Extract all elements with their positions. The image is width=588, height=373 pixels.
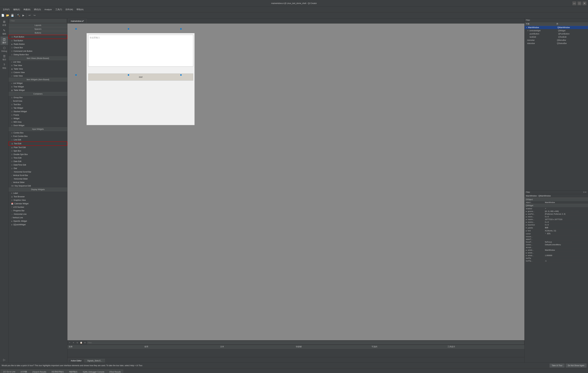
- prop-sizepolicy[interactable]: ▶ sizePol... [Preferred, Preferred, 0, 0…: [525, 213, 588, 215]
- widget-radio-button[interactable]: ◉ Radio Button: [9, 42, 67, 46]
- prop-cursor[interactable]: cursor ↖ 箭头: [525, 232, 588, 235]
- tree-item-statusbar[interactable]: statusbar QStatusBar: [525, 42, 588, 45]
- prop-tooltipdelay[interactable]: toolTip... -1: [525, 260, 588, 262]
- widget-hslider[interactable]: ↔ Horizontal Slider: [9, 177, 67, 181]
- widget-list-view[interactable]: ≡ List View: [9, 60, 67, 64]
- menu-tools[interactable]: 工具(T): [54, 8, 64, 12]
- expand-icon[interactable]: ▶: [526, 255, 527, 256]
- menu-build[interactable]: 构建(B): [22, 8, 32, 12]
- tab-mainwindow-ui[interactable]: mainwindow.ui*: [68, 19, 87, 23]
- action-paste-icon[interactable]: 📋: [80, 341, 83, 344]
- menu-file[interactable]: 文件(F): [1, 8, 11, 12]
- widget-spin-box[interactable]: ⊡ Spin Box: [9, 149, 67, 153]
- design-canvas[interactable]: 在这里输入 start: [67, 23, 525, 340]
- tree-item-centralwidget[interactable]: ▼ centralwidget QWidget: [525, 29, 588, 32]
- expand-icon[interactable]: ▶: [526, 213, 527, 215]
- widget-label[interactable]: A Label: [9, 192, 67, 195]
- handle-br[interactable]: [180, 74, 182, 76]
- widget-date-edit[interactable]: ⊡ Date Edit: [9, 160, 67, 163]
- widget-table-view[interactable]: ▦ Table View: [9, 67, 67, 71]
- widget-group-box[interactable]: ⊡ Group Box: [9, 96, 67, 99]
- widget-text-edit[interactable]: ▤ Text Edit: [9, 141, 67, 146]
- widget-double-spin-box[interactable]: ⊡ Double Spin Box: [9, 153, 67, 156]
- action-copy-icon[interactable]: ⧉: [76, 341, 79, 344]
- prop-palette[interactable]: ▶ palette 继承: [525, 226, 588, 229]
- handle-bl[interactable]: [75, 74, 77, 76]
- expand-icon[interactable]: ▶: [526, 211, 527, 212]
- widget-frame[interactable]: ⊡ Frame: [9, 113, 67, 117]
- widget-dialog-button-box[interactable]: ⊡ Dialog Button Box: [9, 53, 67, 56]
- action-add-icon[interactable]: +: [68, 341, 71, 344]
- toolbar-run[interactable]: ▶: [21, 13, 26, 18]
- toolbar-redo[interactable]: ↪: [32, 13, 37, 18]
- widget-undo-view[interactable]: ↩ Undo View: [9, 74, 67, 78]
- prop-windowopacity[interactable]: ▶ windo... 1.000000: [525, 254, 588, 257]
- widget-scroll-area[interactable]: ↕ Scroll Area: [9, 99, 67, 103]
- mode-projects[interactable]: ☰ 项目: [0, 53, 8, 62]
- tab-signals-slots[interactable]: Signals_Slots E...: [84, 359, 105, 363]
- expand-icon[interactable]: ▶: [526, 216, 527, 218]
- widget-check-box[interactable]: ☑ Check Box: [9, 46, 67, 50]
- prop-minimumsize[interactable]: ▶ minim... 0 x 0: [525, 215, 588, 218]
- output-tab-line-col[interactable]: 1行列数: [18, 370, 30, 373]
- widget-calendar-widget[interactable]: 📅 Calendar Widget: [9, 202, 67, 205]
- take-tour-button[interactable]: Take UI Tour: [550, 364, 565, 367]
- widget-command-link[interactable]: ⊡ Command Link Button: [9, 50, 67, 53]
- prop-acceptdrops[interactable]: accept...: [525, 246, 588, 249]
- widget-list-widget[interactable]: ≡ List Widget: [9, 81, 67, 85]
- mode-design[interactable]: ◫ 设计: [0, 37, 8, 45]
- widget-tree-widget[interactable]: ⊞ Tree Widget: [9, 85, 67, 89]
- widget-widget[interactable]: ⊡ Widget: [9, 117, 67, 120]
- widget-font-combo-box[interactable]: A Font Combo Box: [9, 135, 67, 138]
- menu-help[interactable]: 帮助(H): [75, 8, 85, 12]
- no-show-button[interactable]: Do Not Show Again: [566, 364, 586, 367]
- widget-vslider[interactable]: ↕ Vertical Slider: [9, 181, 67, 184]
- widget-line-edit[interactable]: ▭ Line Edit: [9, 138, 67, 141]
- widget-graphics-view[interactable]: ⊡ Graphics View: [9, 198, 67, 202]
- widget-tool-button[interactable]: ⊡ Tool Button: [9, 39, 67, 42]
- handle-tc[interactable]: [128, 28, 129, 30]
- prop-windowtitle[interactable]: ▶ windo... MainWindow: [525, 249, 588, 252]
- widget-mdi-area[interactable]: ⊡ MDI Area: [9, 120, 67, 124]
- mode-debug[interactable]: ⬡ Debug: [0, 45, 8, 53]
- widget-column-view[interactable]: ⊟ Column View: [9, 71, 67, 74]
- close-button[interactable]: ✕: [583, 1, 586, 5]
- toolbar-build[interactable]: 🔨: [16, 13, 21, 18]
- prop-objectname[interactable]: object... MainWindow: [525, 201, 588, 204]
- widget-vertical-line[interactable]: | Vertical Line: [9, 216, 67, 219]
- widget-dial[interactable]: ◎ Dial: [9, 167, 67, 170]
- menu-edit[interactable]: 编辑(E): [12, 8, 22, 12]
- mode-edit[interactable]: ✎ 编辑: [0, 28, 8, 36]
- handle-tr[interactable]: [180, 28, 182, 30]
- tree-item-menubar[interactable]: menubar QMenuBar: [525, 39, 588, 42]
- widget-text-browser[interactable]: ▤ Text Browser: [9, 195, 67, 198]
- prop-maximumsize[interactable]: ▶ maxim... 16777215 x 16777215: [525, 218, 588, 221]
- tree-item-pushbutton[interactable]: pushButton QPushButton: [525, 32, 588, 35]
- output-tab-search[interactable]: 2Search Results: [30, 370, 49, 373]
- output-tab-compile[interactable]: 4编译输出: [67, 370, 80, 373]
- toolbar-undo[interactable]: ↩: [27, 13, 32, 18]
- output-tab-test[interactable]: 8Test Results: [107, 370, 123, 373]
- widget-progress-bar[interactable]: ▱ Progress Bar: [9, 209, 67, 212]
- widget-opengl-widget[interactable]: ◈ OpenGL Widget: [9, 219, 67, 223]
- prop-sizeincrement[interactable]: ▶ sizeInc... 0 x 0: [525, 221, 588, 223]
- mode-welcome[interactable]: ⊞ 欢迎: [0, 19, 8, 28]
- tab-action-editor[interactable]: Action Editor: [68, 359, 84, 363]
- widget-tool-box[interactable]: ⊡ Tool Box: [9, 103, 67, 106]
- widget-vscrollbar[interactable]: ↕ Vertical Scroll Bar: [9, 174, 67, 177]
- prop-tooltip[interactable]: toolTip: [525, 257, 588, 260]
- action-filter-input[interactable]: [87, 341, 524, 344]
- action-remove-icon[interactable]: ✕: [72, 341, 75, 344]
- expand-icon[interactable]: ▶: [526, 252, 527, 254]
- prop-geometry[interactable]: ▶ geome... [(0, 0), 800 x 600]: [525, 210, 588, 213]
- prop-basesize[interactable]: ▶ baseSize 0 x 0: [525, 223, 588, 226]
- menu-analyze[interactable]: Analyze: [43, 8, 53, 11]
- output-tab-goto-line[interactable]: 1行 Go to Line: [1, 370, 18, 373]
- widget-stacked-widget[interactable]: ⊡ Stacked Widget: [9, 110, 67, 113]
- widget-table-widget[interactable]: ▦ Table Widget: [9, 89, 67, 92]
- widget-tab-widget[interactable]: ⊡ Tab Widget: [9, 106, 67, 110]
- menu-widgets[interactable]: 控件(W): [64, 8, 74, 12]
- expand-icon[interactable]: ▶: [526, 221, 527, 223]
- prop-tablettracking[interactable]: tabletT...: [525, 238, 588, 241]
- menu-debug[interactable]: 调试(D): [32, 8, 42, 12]
